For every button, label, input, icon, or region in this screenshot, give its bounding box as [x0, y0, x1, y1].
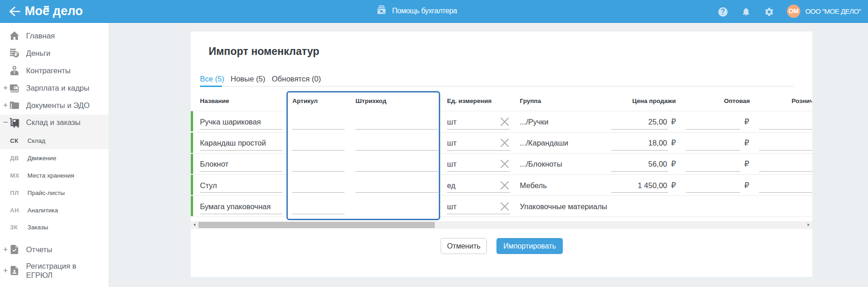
svg-text:₽: ₽ — [15, 51, 18, 57]
